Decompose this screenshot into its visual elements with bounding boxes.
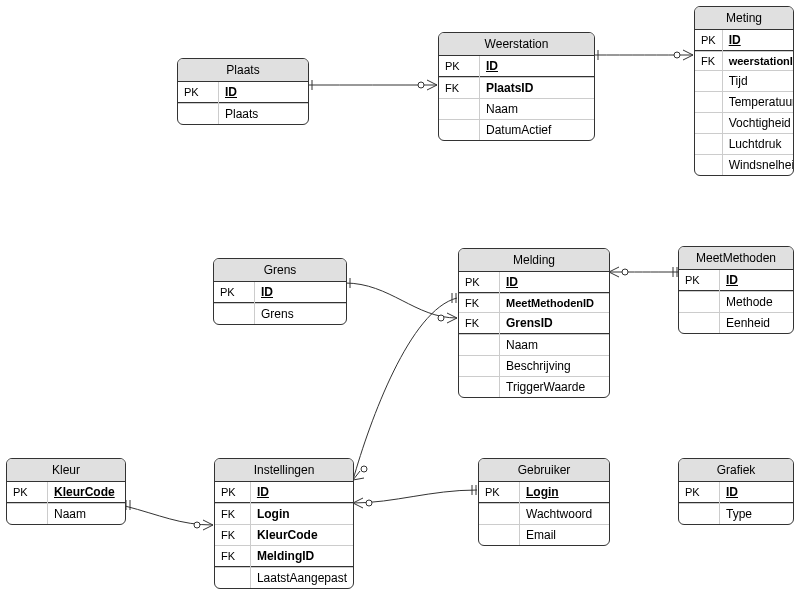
field-name: Tijd — [722, 71, 794, 92]
key-label — [679, 504, 720, 525]
svg-line-12 — [447, 313, 457, 318]
key-label — [178, 104, 219, 125]
field-name: KleurCode — [48, 482, 126, 503]
key-label: FK — [215, 525, 250, 546]
field-name: Naam — [500, 335, 610, 356]
key-label — [459, 356, 500, 377]
key-label — [459, 377, 500, 398]
entity-title: Gebruiker — [479, 459, 609, 482]
entity-grafiek: Grafiek PK ID Type — [678, 458, 794, 525]
key-label — [479, 504, 520, 525]
entity-title: Instellingen — [215, 459, 353, 482]
key-label — [215, 568, 250, 589]
svg-point-4 — [418, 82, 424, 88]
svg-line-7 — [683, 50, 693, 55]
field-name: KleurCode — [250, 525, 353, 546]
entity-title: Kleur — [7, 459, 125, 482]
svg-point-9 — [674, 52, 680, 58]
entity-meetmethoden: MeetMethoden PK ID Methode Eenheid — [678, 246, 794, 334]
key-label: PK — [459, 272, 500, 293]
key-label — [479, 525, 520, 546]
entity-gebruiker: Gebruiker PK Login Wachtwoord Email — [478, 458, 610, 546]
key-label — [695, 155, 722, 176]
field-name: ID — [720, 482, 794, 503]
key-label: PK — [479, 482, 520, 503]
field-name: Grens — [255, 304, 347, 325]
entity-title: MeetMethoden — [679, 247, 793, 270]
key-label — [695, 113, 722, 134]
field-name: MeetMethodenID — [500, 294, 610, 313]
svg-line-32 — [353, 471, 360, 480]
field-name: Vochtigheid — [722, 113, 794, 134]
entity-title: Meting — [695, 7, 793, 30]
key-label: PK — [439, 56, 480, 77]
entity-title: Weerstation — [439, 33, 594, 56]
key-label — [459, 335, 500, 356]
svg-line-18 — [609, 272, 619, 277]
key-label — [679, 292, 720, 313]
entity-kleur: Kleur PK KleurCode Naam — [6, 458, 126, 525]
key-label — [439, 99, 480, 120]
key-label — [695, 134, 722, 155]
field-name: Type — [720, 504, 794, 525]
key-label: FK — [215, 504, 250, 525]
svg-point-14 — [438, 315, 444, 321]
field-name: Email — [520, 525, 610, 546]
entity-melding: Melding PK ID FK MeetMethodenID FK Grens… — [458, 248, 610, 398]
key-label: FK — [215, 546, 250, 567]
field-name: ID — [480, 56, 595, 77]
key-label — [695, 92, 722, 113]
field-name: Beschrijving — [500, 356, 610, 377]
entity-plaats: Plaats PK ID Plaats — [177, 58, 309, 125]
field-name: Windsnelheid — [722, 155, 794, 176]
field-name: Temperatuur — [722, 92, 794, 113]
svg-line-22 — [203, 520, 213, 525]
svg-line-27 — [353, 498, 363, 503]
key-label: PK — [214, 282, 255, 303]
key-label: PK — [215, 482, 250, 503]
key-label — [7, 504, 48, 525]
field-name: Methode — [720, 292, 794, 313]
field-name: weerstationID — [722, 52, 794, 71]
entity-title: Plaats — [178, 59, 308, 82]
svg-point-29 — [366, 500, 372, 506]
field-name: DatumActief — [480, 120, 595, 141]
entity-instellingen: Instellingen PK ID FK Login FK KleurCode… — [214, 458, 354, 589]
entity-grens: Grens PK ID Grens — [213, 258, 347, 325]
svg-line-2 — [427, 80, 437, 85]
field-name: Naam — [48, 504, 126, 525]
field-name: PlaatsID — [480, 78, 595, 99]
field-name: Plaats — [219, 104, 309, 125]
key-label — [439, 120, 480, 141]
field-name: ID — [722, 30, 794, 51]
svg-line-13 — [447, 318, 457, 323]
svg-point-24 — [194, 522, 200, 528]
key-label — [214, 304, 255, 325]
field-name: TriggerWaarde — [500, 377, 610, 398]
key-label: FK — [695, 52, 722, 71]
field-name: ID — [219, 82, 309, 103]
key-label — [679, 313, 720, 334]
svg-line-23 — [203, 525, 213, 530]
key-label — [695, 71, 722, 92]
key-label: FK — [439, 78, 480, 99]
key-label: PK — [695, 30, 722, 51]
svg-point-34 — [361, 466, 367, 472]
svg-line-8 — [683, 55, 693, 60]
entity-weerstation: Weerstation PK ID FK PlaatsID Naam Datum… — [438, 32, 595, 141]
field-name: Eenheid — [720, 313, 794, 334]
field-name: ID — [255, 282, 347, 303]
field-name: Luchtdruk — [722, 134, 794, 155]
svg-line-3 — [427, 85, 437, 90]
field-name: Login — [520, 482, 610, 503]
field-name: GrensID — [500, 313, 610, 334]
key-label: PK — [679, 482, 720, 503]
key-label: PK — [679, 270, 720, 291]
field-name: ID — [250, 482, 353, 503]
field-name: ID — [500, 272, 610, 293]
field-name: Wachtwoord — [520, 504, 610, 525]
key-label: FK — [459, 294, 500, 313]
field-name: MeldingID — [250, 546, 353, 567]
svg-line-28 — [353, 503, 363, 508]
svg-line-17 — [609, 267, 619, 272]
